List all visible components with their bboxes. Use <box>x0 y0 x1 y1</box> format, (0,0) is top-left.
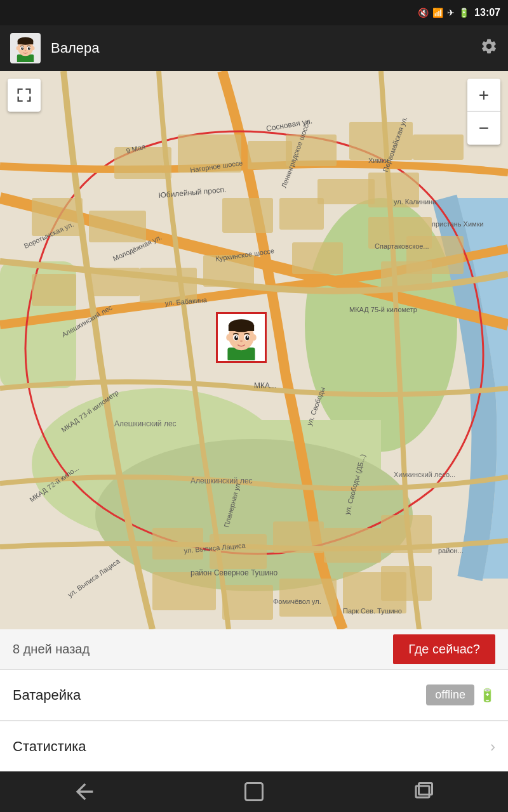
statistics-chevron-area: › <box>490 738 495 756</box>
battery-icon: 🔋 <box>479 688 495 703</box>
svg-rect-31 <box>248 141 292 169</box>
svg-rect-22 <box>413 134 464 160</box>
svg-text:Парк Сев. Тушино: Парк Сев. Тушино <box>343 607 402 615</box>
svg-rect-85 <box>229 325 254 331</box>
svg-point-93 <box>247 336 248 338</box>
svg-rect-37 <box>89 268 140 296</box>
svg-point-11 <box>22 48 23 49</box>
bottom-nav <box>0 771 508 812</box>
svg-point-10 <box>28 47 30 49</box>
svg-point-13 <box>25 50 27 51</box>
svg-text:район...: район... <box>438 547 464 554</box>
svg-rect-27 <box>381 261 432 290</box>
svg-text:Спартаковское...: Спартаковское... <box>375 242 429 250</box>
home-button[interactable] <box>229 776 279 807</box>
map-container[interactable]: Сосновая ул. Химки 9 Мая Нагорное шоссе … <box>0 71 508 629</box>
svg-rect-4 <box>18 41 34 44</box>
settings-icon[interactable] <box>480 37 498 59</box>
fullscreen-button[interactable] <box>8 79 41 112</box>
svg-rect-36 <box>32 274 76 306</box>
back-button[interactable] <box>59 776 110 807</box>
time-ago-label: 8 дней назад <box>13 642 393 657</box>
svg-text:Химкинский лесо...: Химкинский лесо... <box>394 471 455 478</box>
svg-rect-46 <box>222 585 273 620</box>
svg-point-9 <box>21 47 23 49</box>
svg-text:Алешкинский лес: Алешкинский лес <box>190 476 253 485</box>
statistics-list-item[interactable]: Статистика › <box>0 721 508 772</box>
chevron-right-icon-statistics: › <box>490 738 495 756</box>
svg-text:ул. Калинина: ул. Калинина <box>394 198 437 206</box>
user-name: Валера <box>51 40 480 56</box>
svg-point-5 <box>16 46 18 50</box>
user-location-pin <box>216 312 267 363</box>
svg-rect-41 <box>210 534 267 569</box>
svg-text:Алешкинский лес: Алешкинский лес <box>114 419 177 428</box>
zoom-out-button[interactable]: − <box>467 112 500 145</box>
svg-rect-23 <box>318 179 375 204</box>
battery-list-item[interactable]: Батарейка offline 🔋 <box>0 670 508 721</box>
svg-point-90 <box>234 336 238 340</box>
offline-badge: offline <box>426 684 474 705</box>
zoom-controls: + − <box>467 79 500 145</box>
svg-rect-95 <box>245 783 262 801</box>
wifi-icon: 📶 <box>432 8 443 18</box>
battery-value: offline 🔋 <box>426 684 495 705</box>
battery-icon: 🔋 <box>458 8 469 18</box>
top-bar: Валера <box>0 25 508 71</box>
svg-rect-49 <box>381 566 432 601</box>
svg-text:МКАД 75-й километр: МКАД 75-й километр <box>349 306 417 313</box>
info-bar: 8 дней назад Где сейчас? <box>0 629 508 670</box>
svg-rect-45 <box>152 572 216 610</box>
svg-rect-44 <box>381 515 432 553</box>
svg-text:Фомичёвол ул.: Фомичёвол ул. <box>273 598 321 605</box>
where-now-button[interactable]: Где сейчас? <box>393 634 495 664</box>
svg-rect-35 <box>292 242 343 274</box>
mute-icon: 🔇 <box>418 8 429 18</box>
svg-rect-43 <box>324 528 381 563</box>
battery-label: Батарейка <box>13 687 426 704</box>
airplane-icon: ✈ <box>447 8 455 18</box>
status-icons: 🔇 📶 ✈ 🔋 <box>418 8 469 18</box>
svg-point-92 <box>236 336 237 338</box>
svg-rect-42 <box>273 521 324 553</box>
svg-text:МКА...: МКА... <box>254 381 276 390</box>
svg-text:район Северное Тушино: район Северное Тушино <box>190 568 278 577</box>
clock: 13:07 <box>474 7 500 18</box>
svg-point-87 <box>252 334 257 341</box>
svg-point-6 <box>32 46 34 50</box>
svg-point-12 <box>29 48 30 49</box>
svg-point-91 <box>245 336 249 340</box>
zoom-in-button[interactable]: + <box>467 79 500 112</box>
recents-button[interactable] <box>398 776 449 807</box>
svg-text:пристань Химки: пристань Химки <box>432 220 484 228</box>
svg-rect-33 <box>89 211 146 242</box>
svg-point-94 <box>240 340 243 342</box>
statistics-label: Статистика <box>13 738 490 755</box>
svg-rect-34 <box>222 198 273 233</box>
svg-rect-28 <box>279 198 324 230</box>
svg-rect-40 <box>152 528 203 560</box>
svg-rect-29 <box>114 147 171 179</box>
svg-point-86 <box>226 334 231 341</box>
avatar <box>10 33 41 63</box>
status-bar: 🔇 📶 ✈ 🔋 13:07 <box>0 0 508 25</box>
